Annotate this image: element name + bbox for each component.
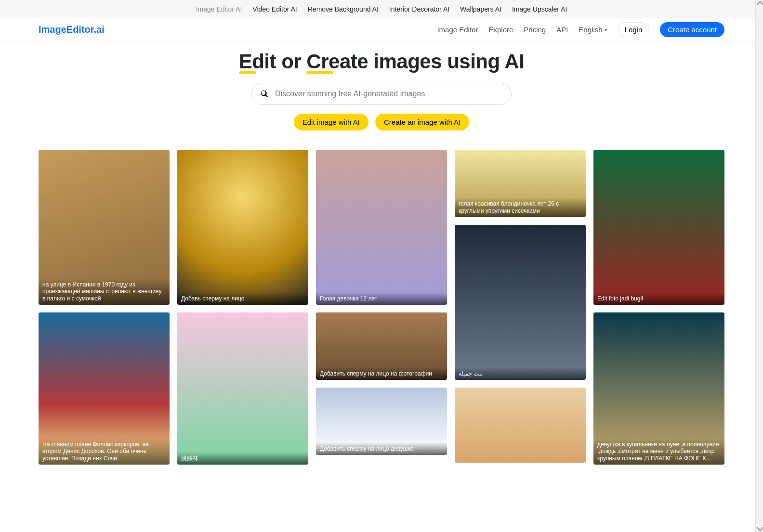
card-caption: Голая девочка 12 лет bbox=[316, 292, 447, 305]
language-dropdown[interactable]: English ▾ bbox=[579, 26, 606, 34]
create-image-button[interactable]: Create an image with AI bbox=[375, 114, 469, 130]
gallery-card[interactable]: На главном плане Филлис киркоров, на вто… bbox=[39, 312, 170, 465]
topnav-wallpapers-ai[interactable]: Wallpapers AI bbox=[460, 5, 501, 13]
gallery-card[interactable]: девушка в купальнике на луне ,в полнолун… bbox=[593, 312, 724, 465]
gallery-card[interactable]: Голая девочка 12 лет bbox=[316, 150, 447, 305]
nav-pricing[interactable]: Pricing bbox=[524, 26, 546, 34]
secondary-nav: ImageEditor.ai Image Editor Explore Pric… bbox=[0, 18, 763, 41]
gallery-card[interactable]: Добавить сперму на лицо на фотографии bbox=[316, 312, 447, 380]
topnav-image-upscaler-ai[interactable]: Image Upscaler AI bbox=[512, 5, 567, 13]
topnav-video-editor-ai[interactable]: Video Editor AI bbox=[252, 5, 297, 13]
gallery-card[interactable] bbox=[455, 388, 586, 463]
language-label: English bbox=[579, 26, 602, 34]
title-part-3: C bbox=[306, 50, 321, 73]
topnav-interior-decorator-ai[interactable]: Interior Decorator AI bbox=[389, 5, 449, 13]
card-caption: Добавить сперму на лицо на фотографии bbox=[316, 367, 447, 380]
card-caption: На главном плане Филлис киркоров, на вто… bbox=[39, 438, 170, 465]
card-caption: 脫踩袜 bbox=[177, 452, 308, 465]
card-caption: на улице в Испании в 1970 году из проезж… bbox=[39, 278, 170, 305]
hero-buttons: Edit image with AI Create an image with … bbox=[0, 114, 763, 130]
card-caption: голая красивая блондиночка лет 26 с круг… bbox=[455, 197, 586, 217]
gallery-card[interactable]: Добавить сперму на лицо девушке bbox=[316, 388, 447, 455]
title-part-1: E bbox=[239, 50, 252, 73]
nav-right: Image Editor Explore Pricing API English… bbox=[437, 22, 724, 37]
gallery-card[interactable]: на улице в Испании в 1970 году из проезж… bbox=[39, 150, 170, 305]
create-account-button[interactable]: Create account bbox=[660, 22, 724, 37]
nav-api[interactable]: API bbox=[556, 26, 568, 34]
card-caption: Добавить сперму на лицо девушке bbox=[316, 442, 447, 455]
card-caption: девушка в купальнике на луне ,в полнолун… bbox=[593, 438, 724, 465]
edit-image-button[interactable]: Edit image with AI bbox=[294, 114, 368, 130]
gallery-card[interactable]: Edit foto jadi bugil bbox=[593, 150, 724, 305]
title-part-2: dit or bbox=[252, 50, 306, 73]
topnav-remove-background-ai[interactable]: Remove Background AI bbox=[308, 5, 379, 13]
gallery-card[interactable]: Добавь сперму на лицо bbox=[177, 150, 308, 305]
nav-explore[interactable]: Explore bbox=[488, 26, 513, 34]
nav-image-editor[interactable]: Image Editor bbox=[437, 26, 478, 34]
gallery-card[interactable]: 脫踩袜 bbox=[177, 312, 308, 465]
search-bar[interactable] bbox=[251, 83, 512, 105]
page-title: Edit or Create images using AI bbox=[0, 50, 763, 73]
gallery-card[interactable]: بنت جميله bbox=[455, 225, 586, 380]
vertical-scrollbar[interactable] bbox=[755, 0, 763, 470]
topnav-image-editor-ai[interactable]: Image Editor AI bbox=[196, 5, 242, 13]
card-caption: بنت جميله bbox=[455, 367, 586, 380]
login-button[interactable]: Login bbox=[618, 22, 650, 37]
card-caption: Edit foto jadi bugil bbox=[593, 292, 724, 305]
title-part-4: reate images using AI bbox=[321, 50, 524, 73]
card-caption: Добавь сперму на лицо bbox=[177, 292, 308, 305]
top-nav: Image Editor AI Video Editor AI Remove B… bbox=[0, 0, 763, 18]
brand-logo[interactable]: ImageEditor.ai bbox=[39, 24, 105, 35]
image-gallery: на улице в Испании в 1970 году из проезж… bbox=[0, 140, 763, 470]
search-input[interactable] bbox=[275, 90, 502, 98]
hero: Edit or Create images using AI Edit imag… bbox=[0, 41, 763, 140]
chevron-down-icon: ▾ bbox=[605, 27, 607, 32]
gallery-card[interactable]: голая красивая блондиночка лет 26 с круг… bbox=[455, 150, 586, 217]
search-icon bbox=[261, 90, 268, 98]
